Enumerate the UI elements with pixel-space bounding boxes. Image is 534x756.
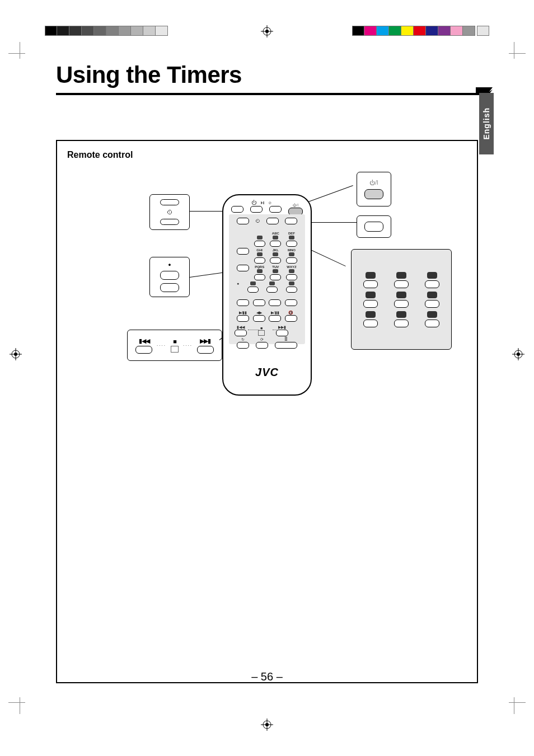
language-tab: English: [479, 93, 494, 154]
callout-blank: [357, 215, 391, 238]
remote-key: [286, 257, 297, 264]
remote-button: [285, 218, 297, 224]
callout-button: [135, 346, 152, 354]
remote-button: [269, 315, 281, 322]
keypad-grid: [359, 272, 443, 327]
crop-mark: [8, 692, 31, 714]
prev-icon: ▮◀◀: [139, 337, 149, 345]
remote-button: [237, 342, 249, 349]
remote-button: [269, 206, 282, 213]
callout-button: [160, 271, 179, 280]
remote-prev-button: [235, 330, 247, 336]
remote-button: [285, 299, 297, 306]
remote-key: [247, 287, 259, 293]
remote-key: [270, 241, 281, 247]
remote-button: [253, 299, 265, 306]
remote-button: [237, 265, 249, 271]
remote-button: [250, 206, 263, 213]
page-number: – 56 –: [0, 670, 534, 683]
rule: [56, 93, 484, 95]
remote-button: [269, 299, 281, 306]
remote-button: [237, 315, 249, 322]
page-title: Using the Timers: [56, 62, 478, 92]
registration-mark-icon: [261, 719, 273, 731]
language-tab-label: English: [482, 107, 491, 140]
next-icon: ▶▶▮: [200, 337, 210, 345]
color-bar: [352, 26, 475, 36]
callout-button: [160, 199, 179, 205]
remote-key: [254, 257, 265, 264]
callout-power: ⏻/I: [357, 172, 391, 206]
registration-mark-icon: [10, 348, 22, 360]
crop-mark: [8, 42, 31, 64]
brand-logo: JVC: [223, 366, 311, 379]
remote-key: [270, 257, 281, 264]
remote-key: [286, 274, 297, 280]
power-icon: ⏻/I: [369, 180, 378, 186]
callout-button: [364, 222, 383, 232]
crop-mark: [503, 692, 526, 714]
remote-button: [253, 315, 265, 322]
callout-button: [197, 346, 214, 354]
grayscale-bar: [45, 26, 168, 36]
crop-mark: [503, 42, 526, 64]
remote-button: [275, 342, 297, 349]
clock-icon: ⏲: [255, 218, 260, 224]
remote-button: [231, 206, 243, 213]
transport-row: ▮◀◀ ···· ■ ···· ▶▶▮: [135, 337, 214, 354]
remote-panel: Remote control ⏻/I: [56, 140, 478, 683]
remote-button: [237, 218, 249, 224]
stop-icon: ■: [173, 338, 176, 345]
callout-transport: ▮◀◀ ···· ■ ···· ▶▶▮: [127, 330, 222, 361]
remote-key: [286, 241, 297, 247]
clock-icon: ⏲: [167, 209, 173, 215]
remote-button: [256, 342, 268, 349]
callout-button: [364, 189, 383, 199]
remote-key: [254, 241, 265, 247]
remote-button: [237, 299, 249, 306]
callout-keypad: [351, 249, 452, 350]
remote-outline: ⏻ ⏯ ⊘ ⏻/I: [222, 194, 312, 396]
remote-diagram: ⏻/I: [110, 172, 424, 418]
remote-next-button: [276, 330, 288, 336]
callout-rec: ●: [149, 257, 190, 297]
remote-button: [237, 248, 249, 255]
remote-key: [266, 287, 278, 293]
content-area: Using the Timers English Remote control …: [56, 62, 478, 683]
page: Using the Timers English Remote control …: [0, 0, 534, 756]
remote-key: [254, 274, 265, 280]
callout-button: [160, 283, 179, 292]
remote-key: [286, 287, 297, 293]
remote-key: [270, 274, 281, 280]
remote-button: [285, 315, 297, 322]
dashed-guide: [229, 214, 232, 304]
remote-button: [266, 218, 279, 224]
callout-clock: ⏲: [149, 194, 190, 230]
registration-mark-icon: [512, 348, 524, 360]
registration-mark-icon: [261, 25, 273, 37]
color-swatch: [477, 26, 489, 36]
rec-dot-icon: ●: [168, 262, 171, 267]
panel-title: Remote control: [57, 141, 477, 160]
svg-marker-17: [476, 87, 493, 92]
power-label: ⏻/I: [293, 203, 299, 207]
callout-button: [160, 219, 179, 225]
remote-face: ⏲ ABC DEF GHI: [229, 214, 305, 344]
